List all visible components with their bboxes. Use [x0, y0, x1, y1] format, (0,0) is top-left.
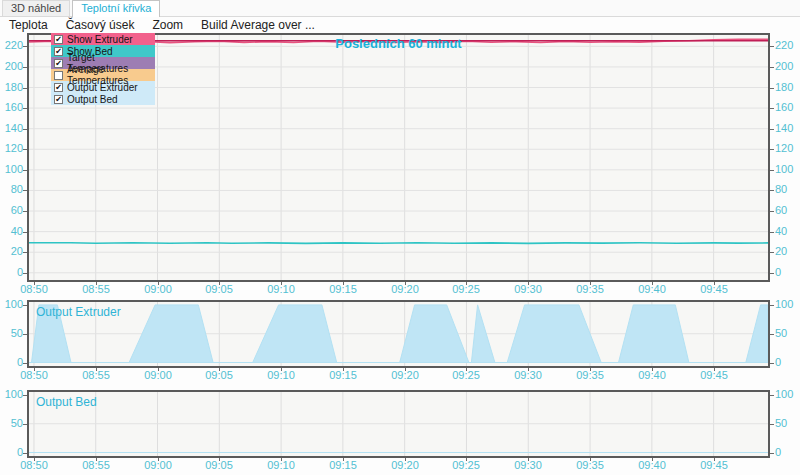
y-tick-label: 200 [775, 60, 800, 73]
y-tick-label: 180 [0, 81, 23, 94]
x-tick [652, 282, 653, 285]
y-tick [770, 273, 774, 274]
tab-temperature-curve[interactable]: Teplotní křivka [72, 0, 160, 17]
legend-item[interactable]: ✔Output Bed [51, 93, 155, 105]
x-tick [343, 458, 344, 461]
y-tick [770, 363, 774, 364]
checkbox-checked-icon[interactable]: ✔ [54, 83, 63, 92]
y-tick-label: 220 [775, 39, 800, 52]
x-tick [528, 458, 529, 461]
y-tick [23, 88, 27, 89]
x-tick [96, 282, 97, 285]
y-tick [23, 67, 27, 68]
temperature-curve-window: 3D náhled Teplotní křivka Teplota Časový… [0, 0, 800, 475]
y-tick-label: 80 [0, 183, 23, 196]
y-tick [23, 129, 27, 130]
x-tick [343, 368, 344, 371]
checkbox-checked-icon[interactable]: ✔ [54, 95, 63, 104]
y-tick [770, 108, 774, 109]
menu-bar: Teplota Časový úsek Zoom Build Average o… [0, 17, 800, 32]
output-bed-chart[interactable]: Output Bed [27, 390, 770, 458]
y-tick [770, 453, 774, 454]
y-tick [770, 67, 774, 68]
y-tick-label: 220 [0, 39, 23, 52]
y-tick-label: 100 [0, 163, 23, 176]
x-tick [219, 368, 220, 371]
x-tick [34, 458, 35, 461]
y-tick [770, 334, 774, 335]
y-tick-label: 0 [0, 446, 23, 459]
y-tick-label: 0 [775, 446, 800, 459]
y-tick-label: 0 [0, 266, 23, 279]
y-tick-label: 100 [775, 298, 800, 311]
x-tick [652, 458, 653, 461]
y-tick [23, 211, 27, 212]
menu-temperature[interactable]: Teplota [9, 18, 48, 32]
y-tick [770, 170, 774, 171]
y-tick [23, 273, 27, 274]
x-tick [281, 282, 282, 285]
legend-item[interactable]: Average Temperatures [51, 69, 155, 81]
y-tick-label: 180 [775, 81, 800, 94]
x-tick [714, 458, 715, 461]
legend-item-label: Output Bed [67, 94, 118, 105]
tab-3d-preview[interactable]: 3D náhled [2, 0, 70, 16]
x-tick [714, 368, 715, 371]
y-tick [23, 424, 27, 425]
x-tick [281, 368, 282, 371]
y-tick [23, 453, 27, 454]
y-tick [770, 305, 774, 306]
x-tick [590, 368, 591, 371]
x-tick [158, 368, 159, 371]
checkbox-checked-icon[interactable]: ✔ [54, 59, 63, 68]
y-tick-label: 160 [0, 101, 23, 114]
y-tick-label: 50 [0, 327, 23, 340]
y-tick-label: 50 [775, 417, 800, 430]
x-tick [466, 368, 467, 371]
x-tick [405, 368, 406, 371]
checkbox-checked-icon[interactable]: ✔ [54, 47, 63, 56]
x-tick [466, 282, 467, 285]
y-tick [23, 108, 27, 109]
y-tick-label: 140 [0, 122, 23, 135]
menu-build-average[interactable]: Build Average over ... [201, 18, 315, 32]
x-tick [405, 282, 406, 285]
y-tick [770, 395, 774, 396]
y-tick [23, 149, 27, 150]
main-temperature-chart[interactable]: Posledních 60 minut✔Show Extruder✔Show B… [27, 33, 770, 282]
x-tick [590, 458, 591, 461]
x-tick [96, 368, 97, 371]
chart-canvas [29, 392, 768, 456]
y-tick [23, 305, 27, 306]
legend-item[interactable]: ✔Show Extruder [51, 33, 155, 45]
y-tick [23, 190, 27, 191]
menu-zoom[interactable]: Zoom [152, 18, 183, 32]
x-tick [528, 282, 529, 285]
y-tick [23, 170, 27, 171]
tab-strip: 3D náhled Teplotní křivka [0, 0, 800, 17]
y-tick [23, 252, 27, 253]
y-tick [23, 395, 27, 396]
y-tick-label: 100 [775, 163, 800, 176]
checkbox-checked-icon[interactable]: ✔ [54, 35, 63, 44]
y-tick [23, 46, 27, 47]
checkbox-unchecked-icon[interactable] [54, 71, 63, 80]
y-tick-label: 0 [775, 356, 800, 369]
y-tick-label: 50 [0, 417, 23, 430]
y-tick-label: 100 [0, 298, 23, 311]
output-extruder-chart[interactable]: Output Extruder [27, 300, 770, 368]
x-tick [590, 282, 591, 285]
legend-item-label: Show Extruder [67, 34, 133, 45]
legend: ✔Show Extruder✔Show Bed✔Target Temperatu… [51, 33, 155, 105]
menu-time-period[interactable]: Časový úsek [66, 18, 135, 32]
x-tick [652, 368, 653, 371]
y-tick-label: 40 [0, 225, 23, 238]
y-tick [770, 149, 774, 150]
y-tick-label: 120 [775, 142, 800, 155]
output-panel-title: Output Extruder [36, 305, 121, 319]
x-tick [219, 458, 220, 461]
y-tick [770, 211, 774, 212]
legend-item-label: Output Extruder [67, 82, 138, 93]
x-tick [96, 458, 97, 461]
y-tick [770, 424, 774, 425]
